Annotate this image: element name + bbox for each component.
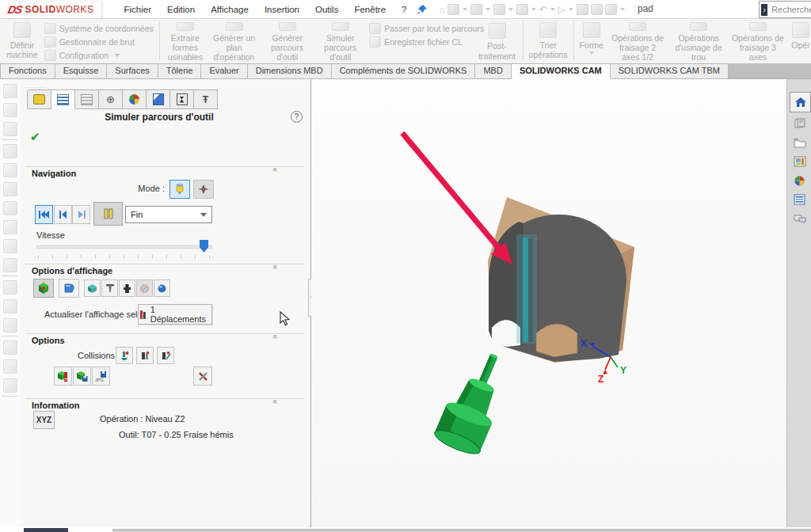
menu-insertion[interactable]: Insertion: [257, 2, 307, 17]
menu-aide[interactable]: ?: [394, 2, 413, 17]
tool-display-button[interactable]: [101, 279, 118, 297]
print-dropdown-icon[interactable]: [531, 8, 536, 11]
left-tool-icon[interactable]: [3, 122, 17, 136]
ok-button[interactable]: ✔: [30, 130, 40, 144]
search-commands-icon[interactable]: ›: [761, 4, 767, 16]
tab-evaluer[interactable]: Evaluer: [201, 63, 247, 79]
tab-tolerie[interactable]: Tôlerie: [158, 63, 202, 79]
search-box[interactable]: › Rechercher: [759, 1, 811, 18]
forum-button[interactable]: [790, 209, 809, 228]
save-image-button[interactable]: JPG: [92, 367, 110, 386]
fixture-display-button[interactable]: [84, 279, 101, 297]
panel-grip-dots[interactable]: .........: [24, 82, 47, 89]
collapse-chevron-icon[interactable]: «: [271, 265, 280, 276]
post-traitement-button[interactable]: Post-traitement: [474, 19, 520, 63]
mode-tool-button[interactable]: [169, 180, 190, 199]
left-tool-icon[interactable]: [3, 84, 17, 98]
tab-mbd[interactable]: MBD: [475, 63, 511, 79]
configuration-dropdown-icon[interactable]: [115, 54, 120, 57]
property-manager-tab[interactable]: [51, 89, 75, 109]
configuration-button[interactable]: Configuration: [44, 50, 154, 61]
update-moves-button[interactable]: 1 Déplacements: [138, 304, 212, 325]
go-to-start-button[interactable]: [35, 205, 53, 224]
trier-operations-button[interactable]: Trier opérations: [526, 19, 571, 63]
simulation-options-button[interactable]: [193, 367, 212, 386]
feature-manager-tab[interactable]: [27, 89, 51, 109]
target-part-display-button[interactable]: [59, 279, 79, 298]
menu-outils[interactable]: Outils: [308, 2, 345, 17]
section-view-button-disabled[interactable]: [136, 279, 153, 297]
configuration-manager-tab[interactable]: [75, 89, 99, 109]
collapse-chevron-icon[interactable]: «: [271, 168, 280, 179]
left-tool-icon[interactable]: [3, 299, 17, 314]
operations-trou-button[interactable]: Opérations d'usinage de trou: [668, 19, 729, 63]
appearances-button[interactable]: [790, 171, 809, 190]
collision-stop-button[interactable]: [116, 347, 133, 364]
simuler-parcours-button[interactable]: Simuler parcours d'outil: [314, 19, 366, 63]
operations-fraisage-3-button[interactable]: Opérations de fraisage 3 axes: [729, 19, 787, 63]
tab-fonctions[interactable]: Fonctions: [0, 63, 55, 79]
view-palette-button[interactable]: [790, 152, 809, 171]
mode-turbo-button[interactable]: [193, 180, 214, 199]
holder-display-button[interactable]: [119, 279, 135, 297]
tab-solidworks-cam-tbm[interactable]: SOLIDWORKS CAM TBM: [611, 63, 729, 79]
left-tool-icon[interactable]: [3, 163, 17, 177]
options-section-header[interactable]: Options: [32, 336, 65, 345]
left-tool-icon[interactable]: [3, 280, 17, 294]
open-icon[interactable]: [470, 4, 482, 15]
forme-dropdown-icon[interactable]: [589, 51, 594, 55]
save-dropdown-icon[interactable]: [508, 8, 513, 11]
home-icon[interactable]: ⌂: [439, 5, 444, 14]
tab-esquisse[interactable]: Esquisse: [55, 63, 108, 79]
pin-menu-icon[interactable]: [417, 4, 428, 15]
display-manager-tab[interactable]: [123, 89, 147, 109]
display-section-header[interactable]: Options d'affichage: [32, 266, 112, 276]
enregistrer-cl-button[interactable]: Enregistrer fichier CL: [369, 36, 470, 48]
position-dropdown[interactable]: Fin: [125, 206, 212, 223]
menu-affichage[interactable]: Affichage: [204, 2, 256, 17]
print-icon[interactable]: [516, 4, 528, 15]
left-tool-icon[interactable]: [3, 220, 17, 234]
menu-fichier[interactable]: Fichier: [116, 2, 158, 17]
chip-display-button[interactable]: [154, 279, 170, 297]
tab-complements[interactable]: Compléments de SOLIDWORKS: [332, 63, 476, 79]
collapse-chevron-icon[interactable]: «: [271, 400, 280, 411]
generer-plan-button[interactable]: Générer un plan d'opération: [208, 19, 260, 63]
systeme-coordonnees-button[interactable]: Système de coordonnées: [44, 23, 154, 34]
information-section-header[interactable]: Information: [32, 401, 80, 410]
left-tool-icon[interactable]: [3, 103, 17, 117]
undo-icon[interactable]: ↶: [539, 5, 547, 14]
definir-machine-button[interactable]: Définir machine: [3, 19, 41, 63]
left-tool-icon[interactable]: [3, 201, 17, 215]
new-document-icon[interactable]: [447, 4, 459, 15]
left-tool-icon[interactable]: [3, 144, 17, 158]
collapse-chevron-icon[interactable]: «: [271, 335, 280, 346]
save-simulation-button[interactable]: [73, 367, 91, 386]
collision-rapid-button[interactable]: [157, 347, 174, 364]
cam-operation-tree-tab[interactable]: [170, 89, 194, 109]
file-properties-icon[interactable]: [591, 4, 603, 15]
cam-tools-tab[interactable]: Ŧ: [194, 89, 218, 109]
left-tool-icon[interactable]: [3, 340, 17, 355]
speed-slider-handle[interactable]: [200, 240, 208, 253]
cam-feature-tree-tab[interactable]: [147, 89, 170, 109]
select-dropdown-icon[interactable]: [569, 8, 573, 11]
left-tool-icon[interactable]: [3, 258, 17, 272]
speed-slider-track[interactable]: [36, 245, 212, 249]
save-icon[interactable]: [493, 4, 505, 15]
simulation-compare-button[interactable]: [54, 367, 72, 386]
passer-parcours-button[interactable]: Passer par tout le parcours: [369, 23, 470, 34]
tab-dimensions-mbd[interactable]: Dimensions MBD: [248, 63, 332, 79]
tab-solidworks-cam[interactable]: SOLIDWORKS CAM: [512, 63, 611, 79]
dimxpert-manager-tab[interactable]: ⊕: [99, 89, 123, 109]
operations-fraisage-2-button[interactable]: Opérations de fraisage 2 axes 1/2: [607, 19, 669, 63]
file-explorer-button[interactable]: [790, 133, 809, 152]
stock-display-button[interactable]: [33, 279, 54, 298]
left-tool-icon[interactable]: [3, 239, 17, 253]
rebuild-icon[interactable]: [577, 4, 588, 15]
help-icon[interactable]: ?: [291, 111, 303, 123]
step-back-button[interactable]: [54, 205, 72, 224]
custom-properties-button[interactable]: [790, 190, 809, 209]
extraire-formes-button[interactable]: Extraire formes usinables: [162, 19, 209, 63]
tab-surfaces[interactable]: Surfaces: [107, 63, 158, 79]
